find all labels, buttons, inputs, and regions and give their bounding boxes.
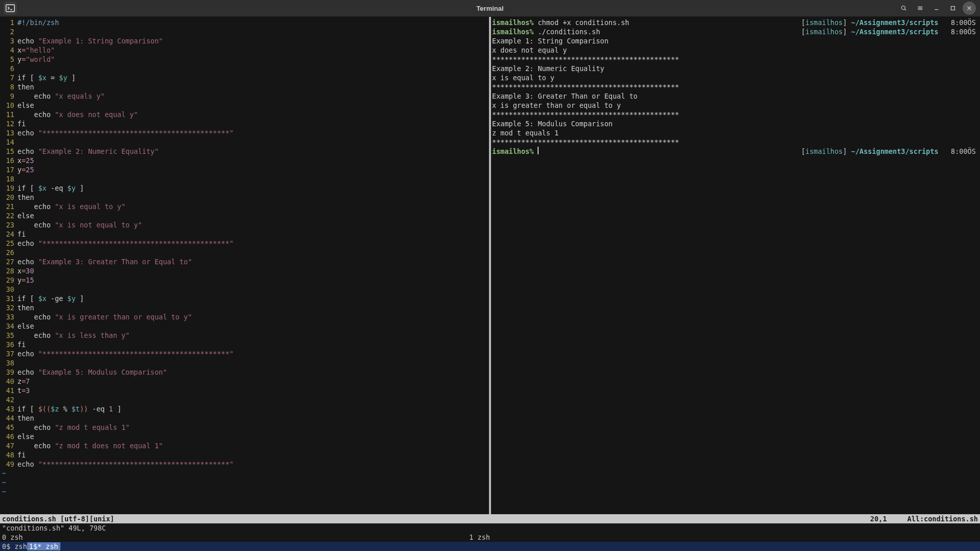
window-titlebar: Terminal <box>0 0 980 17</box>
status-filename: conditions.sh [utf-8][unix] <box>2 515 114 523</box>
line-number: 28 <box>2 266 14 276</box>
code-line: 42 <box>0 395 489 404</box>
prompt-line: ismailhos% ./conditions.sh[ismailhos] ~/… <box>491 27 980 36</box>
code-line: 39echo "Example 5: Modulus Comparison" <box>0 368 489 377</box>
code-line: 20then <box>0 193 489 202</box>
line-number: 15 <box>2 147 14 156</box>
menu-button[interactable] <box>914 2 927 15</box>
line-number: 41 <box>2 386 14 395</box>
code-line: 1#!/bin/zsh <box>0 18 489 27</box>
code-line: 12fi <box>0 119 489 128</box>
output-line: x is equal to y <box>491 73 980 82</box>
line-number: 47 <box>2 441 14 450</box>
svg-rect-0 <box>6 5 15 12</box>
line-number: 2 <box>2 27 14 36</box>
output-line: Example 5: Modulus Comparison <box>491 119 980 128</box>
line-number: 18 <box>2 174 14 183</box>
code-line: 36fi <box>0 340 489 349</box>
code-line: 3echo "Example 1: String Comparison" <box>0 36 489 45</box>
code-line: 49echo "********************************… <box>0 460 489 469</box>
line-number: 30 <box>2 285 14 294</box>
code-line: 25echo "********************************… <box>0 239 489 248</box>
status-all: All:conditions.sh <box>907 515 978 523</box>
code-line: 44then <box>0 414 489 423</box>
line-number: 5 <box>2 55 14 64</box>
close-button[interactable] <box>963 2 976 15</box>
vim-message-line: "conditions.sh" 49L, 798C <box>0 523 980 533</box>
code-line: 9 echo "x equals y" <box>0 91 489 101</box>
line-number: 39 <box>2 368 14 377</box>
code-line: 48fi <box>0 450 489 460</box>
tmux-window-0[interactable]: 0 zsh <box>2 533 23 541</box>
line-number: 20 <box>2 193 14 202</box>
code-line: 19if [ $x -eq $y ] <box>0 183 489 193</box>
session-tab-0[interactable]: 0$ zsh <box>2 542 27 550</box>
line-number: 31 <box>2 294 14 303</box>
line-number: 16 <box>2 156 14 165</box>
prompt-line: ismailhos% [ismailhos] ~/Assignment3/scr… <box>491 147 980 156</box>
empty-line-tilde: ~ <box>0 469 489 478</box>
line-number: 37 <box>2 349 14 358</box>
line-number: 7 <box>2 73 14 82</box>
line-number: 26 <box>2 248 14 257</box>
code-line: 41t=3 <box>0 386 489 395</box>
line-number: 1 <box>2 18 14 27</box>
output-line: ****************************************… <box>491 110 980 119</box>
code-line: 23 echo "x is not equal to y" <box>0 220 489 229</box>
code-line: 24fi <box>0 229 489 239</box>
line-number: 14 <box>2 137 14 147</box>
code-line: 28x=30 <box>0 266 489 276</box>
line-number: 42 <box>2 395 14 404</box>
line-number: 33 <box>2 312 14 322</box>
maximize-button[interactable] <box>946 2 960 15</box>
code-line: 5y="world" <box>0 55 489 64</box>
code-line: 6 <box>0 64 489 73</box>
line-number: 44 <box>2 414 14 423</box>
svg-point-1 <box>902 6 905 10</box>
session-bar: 0$ zsh 1$* zsh <box>0 542 980 551</box>
line-number: 40 <box>2 377 14 386</box>
line-number: 27 <box>2 257 14 266</box>
output-line: ****************************************… <box>491 82 980 91</box>
output-line: z mod t equals 1 <box>491 128 980 137</box>
line-number: 6 <box>2 64 14 73</box>
editor-pane[interactable]: 1#!/bin/zsh23echo "Example 1: String Com… <box>0 17 491 514</box>
line-number: 9 <box>2 91 14 101</box>
line-number: 4 <box>2 45 14 55</box>
output-line: x is greater than or equal to y <box>491 101 980 110</box>
line-number: 13 <box>2 128 14 137</box>
code-line: 13echo "********************************… <box>0 128 489 137</box>
code-line: 26 <box>0 248 489 257</box>
line-number: 3 <box>2 36 14 45</box>
code-line: 37echo "********************************… <box>0 349 489 358</box>
code-line: 30 <box>0 285 489 294</box>
vim-message: "conditions.sh" 49L, 798C <box>2 524 106 532</box>
line-number: 11 <box>2 110 14 119</box>
code-line: 40z=7 <box>0 377 489 386</box>
code-line: 27echo "Example 3: Greater Than or Equal… <box>0 257 489 266</box>
output-line: x does not equal y <box>491 45 980 55</box>
code-line: 4x="hello" <box>0 45 489 55</box>
line-number: 23 <box>2 220 14 229</box>
line-number: 34 <box>2 322 14 331</box>
window-title: Terminal <box>476 5 503 12</box>
line-number: 45 <box>2 423 14 432</box>
line-number: 36 <box>2 340 14 349</box>
code-line: 21 echo "x is equal to y" <box>0 202 489 211</box>
status-position: 20,1 <box>870 515 887 523</box>
code-line: 18 <box>0 174 489 183</box>
code-line: 16x=25 <box>0 156 489 165</box>
line-number: 25 <box>2 239 14 248</box>
tmux-statusbar: 0 zsh 1 zsh <box>0 533 980 542</box>
shell-pane[interactable]: ismailhos% chmod +x conditions.sh[ismail… <box>491 17 980 514</box>
code-line: 35 echo "x is less than y" <box>0 331 489 340</box>
line-number: 35 <box>2 331 14 340</box>
session-tab-1[interactable]: 1$* zsh <box>27 542 60 550</box>
terminal-icon[interactable] <box>4 2 16 14</box>
search-button[interactable] <box>897 2 910 15</box>
minimize-button[interactable] <box>930 2 943 15</box>
line-number: 12 <box>2 119 14 128</box>
tmux-window-1[interactable]: 1 zsh <box>469 533 978 541</box>
line-number: 8 <box>2 82 14 91</box>
line-number: 29 <box>2 276 14 285</box>
